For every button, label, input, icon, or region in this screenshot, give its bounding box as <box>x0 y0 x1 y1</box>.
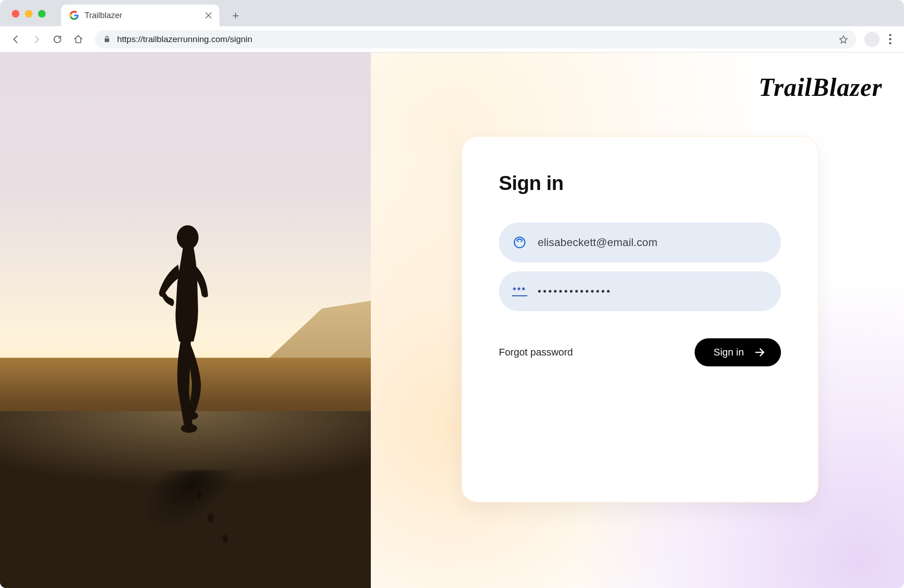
password-icon: *** <box>512 284 527 299</box>
signin-button[interactable]: Sign in <box>695 338 781 366</box>
person-icon <box>512 235 527 250</box>
auth-panel: TrailBlazer Sign in <box>371 52 904 588</box>
page-content: TrailBlazer Sign in <box>0 52 904 588</box>
tab-title: Trailblazer <box>85 11 204 20</box>
reload-button[interactable] <box>49 31 66 48</box>
signin-actions: Forgot password Sign in <box>499 338 781 366</box>
bookmark-star-icon[interactable] <box>839 35 848 44</box>
lock-icon <box>103 35 111 43</box>
browser-window: Trailblazer + https://trailblazerrunning… <box>0 0 904 588</box>
signin-heading: Sign in <box>499 172 781 194</box>
brand-logo: TrailBlazer <box>759 73 882 102</box>
browser-menu-button[interactable] <box>883 34 897 44</box>
favicon-google-icon <box>69 10 79 20</box>
profile-avatar[interactable] <box>864 32 880 47</box>
browser-tab[interactable]: Trailblazer <box>61 5 219 26</box>
address-bar[interactable]: https://trailblazerrunning.com/signin <box>95 30 856 48</box>
signin-card: Sign in *** <box>461 136 819 503</box>
back-button[interactable] <box>7 31 24 48</box>
svg-point-1 <box>177 225 199 250</box>
home-button[interactable] <box>70 31 87 48</box>
runner-silhouette <box>140 224 231 441</box>
arrow-right-icon <box>754 346 766 358</box>
svg-point-5 <box>517 241 519 242</box>
window-minimize-button[interactable] <box>25 10 33 18</box>
forgot-password-link[interactable]: Forgot password <box>499 346 573 358</box>
signin-button-label: Sign in <box>714 346 744 358</box>
svg-point-6 <box>521 241 522 242</box>
password-input[interactable] <box>538 285 767 297</box>
browser-toolbar: https://trailblazerrunning.com/signin <box>0 26 904 52</box>
new-tab-button[interactable]: + <box>227 6 245 24</box>
password-field-wrapper: *** <box>499 271 781 311</box>
tab-close-button[interactable] <box>204 11 213 20</box>
svg-point-2 <box>181 424 197 433</box>
window-close-button[interactable] <box>12 10 19 18</box>
forward-button[interactable] <box>28 31 45 48</box>
svg-rect-0 <box>105 38 109 42</box>
window-controls <box>12 10 46 18</box>
tab-strip: Trailblazer + <box>0 0 904 26</box>
hero-image <box>0 52 371 588</box>
email-input[interactable] <box>538 236 767 249</box>
window-maximize-button[interactable] <box>38 10 46 18</box>
email-field-wrapper <box>499 223 781 262</box>
url-text: https://trailblazerrunning.com/signin <box>117 34 833 44</box>
svg-point-3 <box>185 412 198 420</box>
